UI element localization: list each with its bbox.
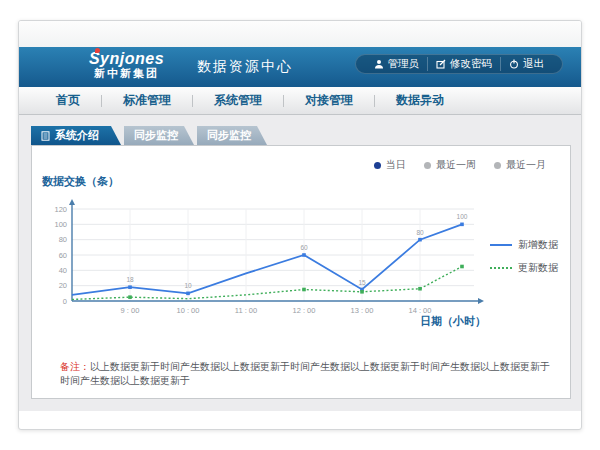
- filter-today[interactable]: 当日: [374, 158, 406, 172]
- y-axis-title: 数据交换（条）: [42, 174, 119, 189]
- tab-system-intro[interactable]: 系统介绍: [31, 126, 121, 145]
- svg-text:9 : 00: 9 : 00: [121, 306, 140, 315]
- svg-text:100: 100: [54, 220, 67, 229]
- footer-note: 备注：以上数据更新于时间产生数据以上数据更新于时间产生数据以上数据更新于时间产生…: [60, 360, 550, 388]
- user-menu-label: 修改密码: [450, 57, 492, 71]
- filter-label: 最近一月: [506, 158, 546, 172]
- power-icon: [509, 59, 519, 69]
- chart-panel: 当日 最近一周 最近一月 数据交换（条） 0204060801001209 : …: [31, 145, 571, 399]
- logo-company-name: 新中新集团: [69, 67, 184, 80]
- tab-sync-monitor-1[interactable]: 同步监控: [124, 126, 194, 145]
- logo-accent-icon: [95, 48, 100, 53]
- svg-text:13 : 00: 13 : 00: [351, 306, 374, 315]
- svg-text:80: 80: [416, 229, 424, 236]
- filter-label: 最近一周: [436, 158, 476, 172]
- filter-last-month[interactable]: 最近一月: [494, 158, 546, 172]
- filter-last-week[interactable]: 最近一周: [424, 158, 476, 172]
- logout-button[interactable]: 退出: [500, 57, 552, 71]
- radio-icon: [374, 162, 381, 169]
- note-text: 以上数据更新于时间产生数据以上数据更新于时间产生数据以上数据更新于时间产生数据以…: [60, 361, 550, 386]
- svg-text:40: 40: [59, 266, 67, 275]
- svg-text:100: 100: [457, 213, 468, 220]
- nav-item-interface-mgmt[interactable]: 对接管理: [284, 87, 374, 114]
- nav-item-standard-mgmt[interactable]: 标准管理: [102, 87, 192, 114]
- svg-text:60: 60: [59, 251, 67, 260]
- svg-text:10: 10: [184, 282, 192, 289]
- nav-item-system-mgmt[interactable]: 系统管理: [193, 87, 283, 114]
- svg-text:20: 20: [59, 281, 67, 290]
- window-top-strip: [19, 21, 581, 47]
- tab-label: 同步监控: [134, 126, 178, 145]
- admin-user-button[interactable]: 管理员: [366, 57, 428, 71]
- app-window: Synjones 新中新集团 数据资源中心 管理员 修改密码: [18, 20, 582, 430]
- svg-text:15: 15: [358, 279, 366, 286]
- document-icon: [41, 131, 50, 141]
- user-icon: [374, 59, 384, 69]
- chart-legend: 新增数据 更新数据: [490, 238, 558, 284]
- svg-text:10 : 00: 10 : 00: [177, 306, 200, 315]
- svg-text:60: 60: [300, 244, 308, 251]
- legend-label: 新增数据: [518, 238, 558, 252]
- tab-sync-monitor-2[interactable]: 同步监控: [197, 126, 267, 145]
- logo: Synjones 新中新集团: [69, 50, 184, 80]
- user-menu: 管理员 修改密码 退出: [355, 54, 564, 74]
- filter-label: 当日: [386, 158, 406, 172]
- note-label: 备注：: [60, 361, 90, 372]
- user-menu-label: 退出: [523, 57, 544, 71]
- time-range-filters: 当日 最近一周 最近一月: [374, 158, 546, 172]
- svg-text:0: 0: [63, 297, 67, 306]
- radio-icon: [494, 162, 501, 169]
- line-chart: 0204060801001209 : 0010 : 0011 : 0012 : …: [42, 197, 494, 321]
- svg-text:12 : 00: 12 : 00: [293, 306, 316, 315]
- svg-text:11 : 00: 11 : 00: [235, 306, 257, 315]
- x-axis-title: 日期（小时）: [420, 314, 486, 329]
- change-password-button[interactable]: 修改密码: [427, 57, 500, 71]
- dotted-line-icon: [490, 267, 512, 269]
- tab-label: 系统介绍: [55, 126, 99, 145]
- radio-icon: [424, 162, 431, 169]
- svg-text:120: 120: [54, 205, 67, 214]
- svg-text:80: 80: [59, 235, 67, 244]
- tab-label: 同步监控: [207, 126, 251, 145]
- edit-icon: [436, 59, 446, 69]
- legend-label: 更新数据: [518, 261, 558, 275]
- solid-line-icon: [490, 244, 512, 246]
- page-title: 数据资源中心: [197, 58, 293, 76]
- user-menu-label: 管理员: [388, 57, 420, 71]
- header: Synjones 新中新集团 数据资源中心 管理员 修改密码: [19, 47, 581, 87]
- nav-item-data-change[interactable]: 数据异动: [375, 87, 465, 114]
- main-nav: 首页 标准管理 系统管理 对接管理 数据异动: [19, 87, 581, 115]
- legend-item-new-data: 新增数据: [490, 238, 558, 252]
- logo-brand: Synjones: [69, 50, 184, 67]
- svg-text:18: 18: [126, 276, 134, 283]
- nav-item-home[interactable]: 首页: [35, 87, 101, 114]
- legend-item-update-data: 更新数据: [490, 261, 558, 275]
- content-area: 系统介绍 同步监控 同步监控 当日 最近一周: [19, 115, 581, 411]
- tab-bar: 系统介绍 同步监控 同步监控: [31, 126, 267, 145]
